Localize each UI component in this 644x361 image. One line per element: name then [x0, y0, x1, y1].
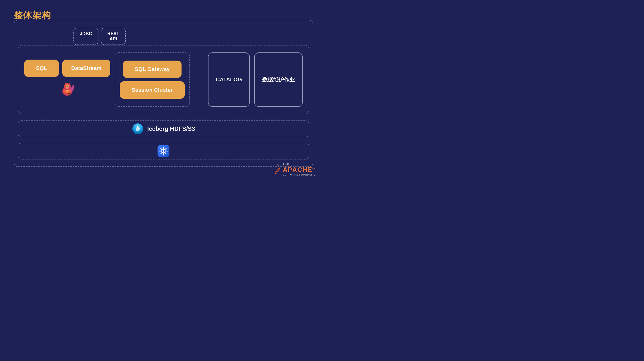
iceberg-row: Iceberg HDFS/S3 [18, 120, 309, 137]
svg-point-2 [66, 86, 67, 87]
sql-box: SQL [24, 60, 59, 77]
k8s-icon [156, 144, 170, 158]
main-container: JDBC REST API SQL DataStream [14, 20, 313, 167]
datastream-box: DataStream [62, 60, 110, 77]
sql-gateway-box: SQL Gateway [123, 60, 182, 78]
svg-point-12 [163, 150, 164, 152]
rest-api-box: REST API [101, 28, 126, 45]
svg-point-1 [64, 83, 71, 90]
svg-rect-8 [68, 93, 70, 94]
sql-datastream-row: SQL DataStream [24, 60, 110, 77]
jdbc-box: JDBC [74, 28, 98, 45]
left-sub: SQL DataStream [24, 60, 110, 100]
top-section: SQL DataStream [18, 45, 309, 114]
apache-logo: THE APACHE® SOFTWARE FOUNDATION [273, 163, 318, 176]
svg-point-3 [68, 86, 69, 87]
iceberg-label: Iceberg HDFS/S3 [147, 125, 195, 132]
svg-point-4 [66, 86, 67, 86]
apache-name-label: APACHE® [283, 166, 318, 174]
apache-feather-icon [273, 163, 281, 176]
data-maintenance-box: 数据维护作业 [254, 52, 303, 107]
svg-point-6 [66, 87, 68, 89]
k8s-row [18, 143, 309, 160]
flink-squirrel-icon [58, 80, 76, 100]
api-area: JDBC REST API [74, 28, 126, 45]
apache-text-block: THE APACHE® SOFTWARE FOUNDATION [283, 163, 318, 176]
apache-foundation-label: SOFTWARE FOUNDATION [283, 174, 318, 176]
svg-point-5 [68, 86, 69, 86]
catalog-box: CATALOG [208, 52, 250, 107]
session-cluster-box: Session Cluster [120, 81, 184, 99]
iceberg-icon [132, 123, 144, 135]
right-boxes: CATALOG 数据维护作业 [208, 52, 303, 107]
middle-sub: SQL Gateway Session Cluster [115, 52, 190, 107]
apache-the-label: THE [283, 163, 318, 166]
